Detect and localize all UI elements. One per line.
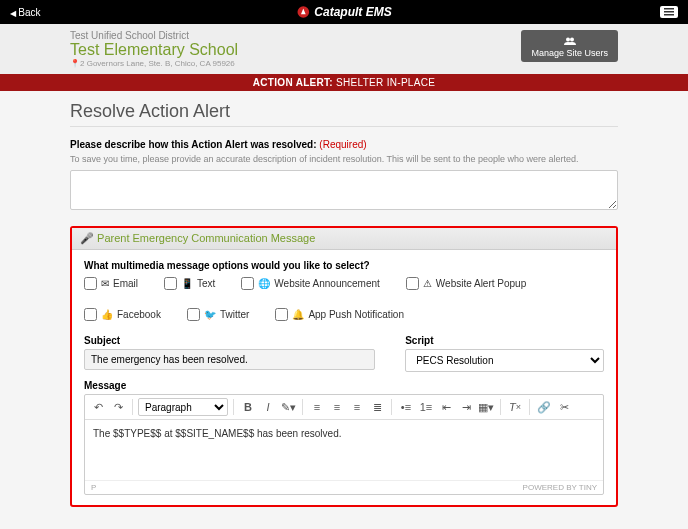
options-question: What multimedia message options would yo… xyxy=(84,260,604,271)
svg-rect-2 xyxy=(664,11,674,13)
align-center-button[interactable]: ≡ xyxy=(328,398,346,416)
opt-email[interactable]: ✉ Email xyxy=(84,277,138,290)
hamburger-icon xyxy=(664,8,674,16)
site-header: Test Unified School District Test Elemen… xyxy=(0,24,688,74)
format-select[interactable]: Paragraph xyxy=(138,398,228,416)
table-button[interactable]: ▦▾ xyxy=(477,398,495,416)
top-bar: Back Catapult EMS xyxy=(0,0,688,24)
bullet-list-button[interactable]: •≡ xyxy=(397,398,415,416)
page-title: Resolve Action Alert xyxy=(70,101,618,127)
resolution-hint: To save you time, please provide an accu… xyxy=(70,154,618,164)
svg-rect-3 xyxy=(664,14,674,16)
undo-button[interactable]: ↶ xyxy=(89,398,107,416)
script-label: Script xyxy=(405,335,604,346)
subject-input[interactable] xyxy=(84,349,375,370)
school-address: 2 Governors Lane, Ste. B, Chico, CA 9592… xyxy=(70,59,238,68)
script-select[interactable]: PECS Resolution xyxy=(405,349,604,372)
clear-format-button[interactable]: T× xyxy=(506,398,524,416)
italic-button[interactable]: I xyxy=(259,398,277,416)
action-alert-banner: ACTION ALERT: SHELTER IN-PLACE xyxy=(0,74,688,91)
number-list-button[interactable]: 1≡ xyxy=(417,398,435,416)
link-button[interactable]: 🔗 xyxy=(535,398,553,416)
opt-text[interactable]: 📱 Text xyxy=(164,277,215,290)
editor-toolbar: ↶ ↷ Paragraph B I ✎▾ ≡ ≡ ≡ ≣ •≡ 1≡ ⇤ xyxy=(85,395,603,420)
back-button[interactable]: Back xyxy=(10,7,40,18)
school-name: Test Elementary School xyxy=(70,41,238,59)
brand-logo: Catapult EMS xyxy=(296,5,391,19)
indent-button[interactable]: ⇥ xyxy=(457,398,475,416)
opt-push[interactable]: 🔔 App Push Notification xyxy=(275,308,404,321)
bold-button[interactable]: B xyxy=(239,398,257,416)
svg-point-5 xyxy=(570,38,574,42)
pecs-panel: Parent Emergency Communication Message W… xyxy=(70,226,618,507)
outdent-button[interactable]: ⇤ xyxy=(437,398,455,416)
opt-twitter[interactable]: 🐦 Twitter xyxy=(187,308,249,321)
opt-facebook[interactable]: 👍 Facebook xyxy=(84,308,161,321)
align-justify-button[interactable]: ≣ xyxy=(368,398,386,416)
users-icon xyxy=(564,36,576,46)
message-label: Message xyxy=(84,380,604,391)
menu-button[interactable] xyxy=(660,6,678,18)
pecs-panel-header: Parent Emergency Communication Message xyxy=(72,228,616,250)
opt-website-announcement[interactable]: 🌐 Website Announcement xyxy=(241,277,379,290)
svg-rect-1 xyxy=(664,8,674,10)
resolution-question: Please describe how this Action Alert wa… xyxy=(70,139,618,150)
svg-point-4 xyxy=(566,38,570,42)
align-right-button[interactable]: ≡ xyxy=(348,398,366,416)
color-button[interactable]: ✎▾ xyxy=(279,398,297,416)
subject-label: Subject xyxy=(84,335,375,346)
brand-icon xyxy=(296,5,310,19)
opt-website-alert-popup[interactable]: ⚠ Website Alert Popup xyxy=(406,277,526,290)
align-left-button[interactable]: ≡ xyxy=(308,398,326,416)
message-body[interactable]: The $$TYPE$$ at $$SITE_NAME$$ has been r… xyxy=(85,420,603,480)
code-button[interactable]: ✂ xyxy=(555,398,573,416)
redo-button[interactable]: ↷ xyxy=(109,398,127,416)
message-editor: ↶ ↷ Paragraph B I ✎▾ ≡ ≡ ≡ ≣ •≡ 1≡ ⇤ xyxy=(84,394,604,495)
editor-path: P xyxy=(91,483,96,492)
district-name: Test Unified School District xyxy=(70,30,238,41)
resolution-textarea[interactable] xyxy=(70,170,618,210)
editor-powered: POWERED BY TINY xyxy=(523,483,597,492)
manage-site-users-button[interactable]: Manage Site Users xyxy=(521,30,618,62)
